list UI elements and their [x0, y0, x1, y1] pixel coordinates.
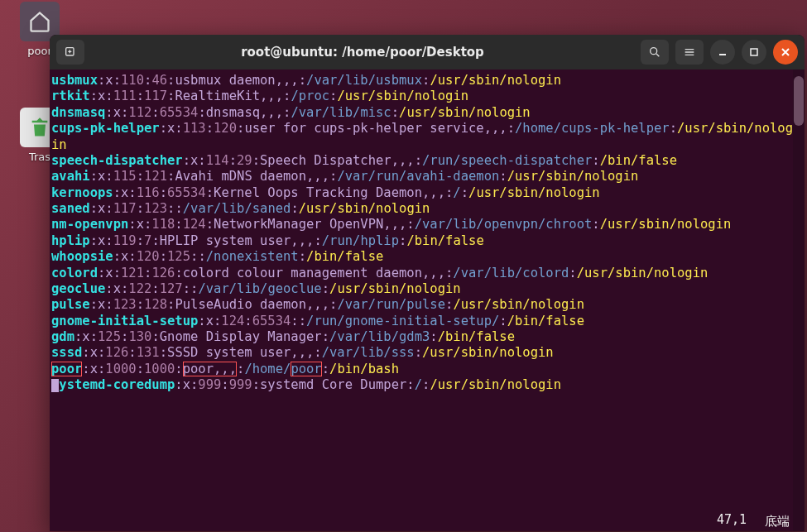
window-title: root@ubuntu: /home/poor/Desktop: [89, 45, 636, 60]
cursor-position: 47,1: [717, 512, 747, 528]
passwd-line: speech-dispatcher:x:114:29:Speech Dispat…: [51, 153, 800, 169]
titlebar: root@ubuntu: /home/poor/Desktop: [50, 35, 805, 69]
passwd-line: systemd-coredump:x:999:999:systemd Core …: [51, 377, 800, 393]
desktop-folder-label: poor: [27, 45, 52, 57]
passwd-line: gdm:x:125:130:Gnome Display Manager:/var…: [51, 329, 800, 345]
terminal-scrollbar[interactable]: [793, 69, 805, 531]
passwd-line: gnome-initial-setup:x:124:65534::/run/gn…: [51, 314, 800, 329]
passwd-line: avahi:x:115:121:Avahi mDNS daemon,,,:/va…: [51, 169, 800, 185]
terminal-window: root@ubuntu: /home/poor/Desktop usbmux:x…: [50, 35, 805, 531]
passwd-line: dnsmasq:x:112:65534:dnsmasq,,,:/var/lib/…: [51, 105, 800, 121]
desktop-trash-label: Tras: [29, 151, 50, 163]
passwd-line: hplip:x:119:7:HPLIP system user,,,:/run/…: [51, 233, 800, 249]
passwd-line: kernoops:x:116:65534:Kernel Oops Trackin…: [51, 185, 800, 201]
svg-point-1: [651, 48, 657, 55]
close-button[interactable]: [773, 40, 798, 65]
passwd-line: usbmux:x:110:46:usbmux daemon,,,:/var/li…: [51, 73, 800, 89]
passwd-line: pulse:x:123:128:PulseAudio daemon,,,:/va…: [51, 297, 800, 313]
passwd-line: rtkit:x:111:117:RealtimeKit,,,:/proc:/us…: [51, 89, 800, 104]
passwd-line: poor:x:1000:1000:poor,,,:/home/poor:/bin…: [51, 362, 800, 377]
passwd-line: sssd:x:126:131:SSSD system user,,,:/var/…: [51, 345, 800, 361]
scroll-thumb[interactable]: [794, 76, 804, 126]
new-tab-button[interactable]: [56, 40, 84, 65]
terminal-output: usbmux:x:110:46:usbmux daemon,,,:/var/li…: [51, 73, 800, 394]
hamburger-menu-button[interactable]: [675, 40, 704, 65]
search-button[interactable]: [641, 40, 669, 65]
passwd-line: colord:x:121:126:colord colour managemen…: [51, 266, 800, 281]
passwd-line: whoopsie:x:120:125::/nonexistent:/bin/fa…: [51, 249, 800, 265]
svg-rect-2: [751, 49, 757, 55]
maximize-button[interactable]: [742, 40, 766, 65]
minimize-button[interactable]: [710, 40, 735, 65]
passwd-line: cups-pk-helper:x:113:120:user for cups-p…: [51, 121, 800, 153]
status-bottom-cn: 底端: [765, 514, 790, 530]
passwd-line: nm-openvpn:x:118:124:NetworkManager Open…: [51, 217, 800, 232]
terminal-body[interactable]: usbmux:x:110:46:usbmux daemon,,,:/var/li…: [50, 69, 805, 531]
passwd-line: saned:x:117:123::/var/lib/saned:/usr/sbi…: [51, 201, 800, 217]
passwd-line: geoclue:x:122:127::/var/lib/geoclue:/usr…: [51, 281, 800, 297]
